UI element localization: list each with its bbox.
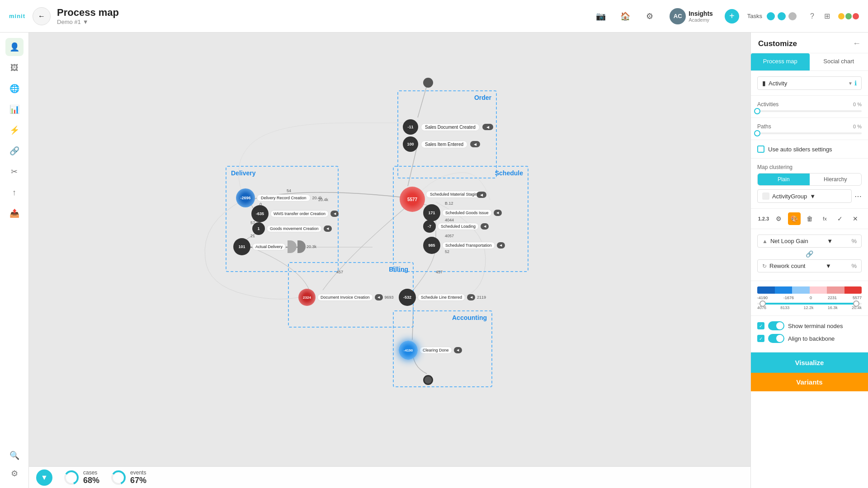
range-thumb-right[interactable] <box>853 300 859 307</box>
cluster-tab-hierarchy[interactable]: Hierarchy <box>810 174 862 185</box>
cluster-tab-plain[interactable]: Plain <box>758 174 810 185</box>
node-n5[interactable]: -635 <box>251 205 269 222</box>
activities-pct: 0 % <box>853 102 862 107</box>
link-icon[interactable]: 🔗 <box>806 250 813 258</box>
sidebar-image-icon[interactable]: 🖼 <box>5 59 24 77</box>
tab-process-map[interactable]: Process map <box>751 53 810 70</box>
cluster-more-icon[interactable]: ⋯ <box>854 192 862 201</box>
activity-dropdown[interactable]: ▮ Activity ▼ ℹ <box>757 76 862 90</box>
dropdown-chevron[interactable]: ▼ <box>83 19 89 25</box>
node-n8-activity: Scheduled Loading <box>438 223 479 230</box>
node-n3[interactable]: -2696 <box>236 188 255 207</box>
range-thumb-left[interactable] <box>760 300 766 307</box>
auto-sliders-row: Use auto sliders settings <box>757 145 862 153</box>
back-button[interactable]: ← <box>33 7 51 25</box>
tool-close[interactable]: ✕ <box>849 212 862 225</box>
help-icon[interactable]: ? <box>810 12 814 20</box>
sidebar-filter-icon[interactable]: ⚡ <box>5 121 24 139</box>
node-n11[interactable]: 2324 <box>298 289 316 306</box>
node-n2-connector: ◀ <box>470 141 480 147</box>
terminal-nodes-check[interactable]: ✓ <box>757 322 764 329</box>
auto-sliders-checkbox[interactable] <box>757 145 764 153</box>
sidebar-share-icon[interactable]: 🔗 <box>5 142 24 160</box>
scale-seg-3 <box>792 286 810 294</box>
camera-icon-btn[interactable]: 📷 <box>593 8 609 24</box>
task-dot-3[interactable] <box>788 12 797 20</box>
sidebar-chart-icon[interactable]: 📊 <box>5 100 24 118</box>
insights-label-block[interactable]: Insights Academy <box>689 10 713 23</box>
insights-sublabel: Academy <box>689 17 713 23</box>
net-loop-dropdown[interactable]: ▲ Net Loop Gain ▼ % <box>757 235 862 248</box>
paths-slider[interactable] <box>757 132 862 134</box>
task-dot-1[interactable] <box>767 12 775 20</box>
sidebar-scissors-icon[interactable]: ✂ <box>5 163 24 181</box>
node-n2[interactable]: 100 <box>403 136 418 152</box>
node-end[interactable] <box>423 375 433 385</box>
align-backbone-toggle[interactable] <box>768 334 784 343</box>
tool-color[interactable]: 🎨 <box>788 212 801 225</box>
node-n9-label: 101 <box>238 244 245 249</box>
task-dot-2[interactable] <box>778 12 786 20</box>
sidebar-export-icon[interactable]: 📤 <box>5 204 24 222</box>
node-n7-connector: ◀ <box>324 225 332 232</box>
tool-settings[interactable]: ⚙ <box>773 212 785 225</box>
node-n8-group: -7 Scheduled Loading ◀ <box>423 220 489 233</box>
node-n11-activity: Document Invoice Creation <box>317 294 373 301</box>
paths-label-row: Paths 0 % <box>757 123 862 130</box>
sidebar-arrow-icon[interactable]: ↑ <box>5 183 24 202</box>
grid-icon[interactable]: ⊞ <box>824 12 830 20</box>
scale-seg-1 <box>757 286 775 294</box>
node-n12-value: 2119 <box>477 295 486 300</box>
terminal-nodes-toggle[interactable] <box>768 321 784 330</box>
canvas-area[interactable]: Order Delivery Schedule Billing Accounti… <box>29 33 750 488</box>
home-icon-btn[interactable]: 🏠 <box>617 8 633 24</box>
node-n6[interactable]: 171 <box>423 204 440 221</box>
node-start[interactable] <box>423 78 433 88</box>
node-n7-group: 1 Goods movement Creation ◀ <box>252 222 332 235</box>
add-button[interactable]: + <box>725 9 739 23</box>
node-n10[interactable]: 985 <box>423 237 440 254</box>
sidebar-globe-icon[interactable]: 🌐 <box>5 80 24 98</box>
sidebar-settings-icon[interactable]: ⚙ <box>5 465 24 483</box>
terminal-nodes-label: Show terminal nodes <box>788 323 843 329</box>
paths-label: Paths <box>757 123 771 130</box>
minimize-btn[interactable] <box>838 13 844 19</box>
tool-123[interactable]: 1.2.3 <box>757 212 770 225</box>
swimlane-delivery-label: Delivery <box>231 169 255 177</box>
panel-close-btn[interactable]: ← <box>853 39 861 48</box>
scale-label-2: 0 <box>810 296 812 300</box>
sidebar-search-icon[interactable]: 🔍 <box>5 446 24 465</box>
tool-fx[interactable]: fx <box>818 212 831 225</box>
node-n8[interactable]: -7 <box>423 220 436 233</box>
visualize-button[interactable]: Visualize <box>751 352 868 373</box>
node-n10-group: 985 Scheduled Transportation ◀ <box>423 237 505 254</box>
sidebar-person-icon[interactable]: 👤 <box>5 38 24 56</box>
range-slider[interactable] <box>757 303 862 305</box>
sidebar-bottom: 🔍 ⚙ <box>5 446 24 483</box>
cluster-dropdown[interactable]: ActivityGroup ▼ <box>757 189 852 203</box>
rework-dropdown[interactable]: ↻ Rework count ▼ % <box>757 259 862 272</box>
settings-icon-btn[interactable]: ⚙ <box>642 8 658 24</box>
node-n4[interactable]: 5577 <box>400 187 425 212</box>
node-n12[interactable]: -532 <box>399 289 416 306</box>
tab-social-chart[interactable]: Social chart <box>810 53 868 70</box>
filter-button[interactable]: ▼ <box>36 469 52 486</box>
tool-check[interactable]: ✓ <box>834 212 846 225</box>
swimlane-billing-label: Billing <box>389 266 408 273</box>
node-n9[interactable]: 101 <box>233 238 250 255</box>
swimlane-order-label: Order <box>474 94 491 101</box>
node-n1[interactable]: -11 <box>403 119 418 135</box>
tool-delete[interactable]: 🗑 <box>803 212 816 225</box>
maximize-btn[interactable] <box>845 13 852 19</box>
page-title: Process map <box>57 7 593 19</box>
close-btn[interactable] <box>853 13 859 19</box>
node-n13[interactable]: -4190 <box>399 341 418 360</box>
activities-slider[interactable] <box>757 110 862 112</box>
align-backbone-check[interactable]: ✓ <box>757 335 764 342</box>
edge-label-3: B.12 <box>445 201 453 206</box>
scale-seg-4 <box>810 286 827 294</box>
align-backbone-label: Align to backbone <box>788 335 835 342</box>
swimlane-accounting-label: Accounting <box>452 314 487 321</box>
variants-button[interactable]: Variants <box>751 373 868 391</box>
node-n13-connector: ◀ <box>454 347 462 353</box>
